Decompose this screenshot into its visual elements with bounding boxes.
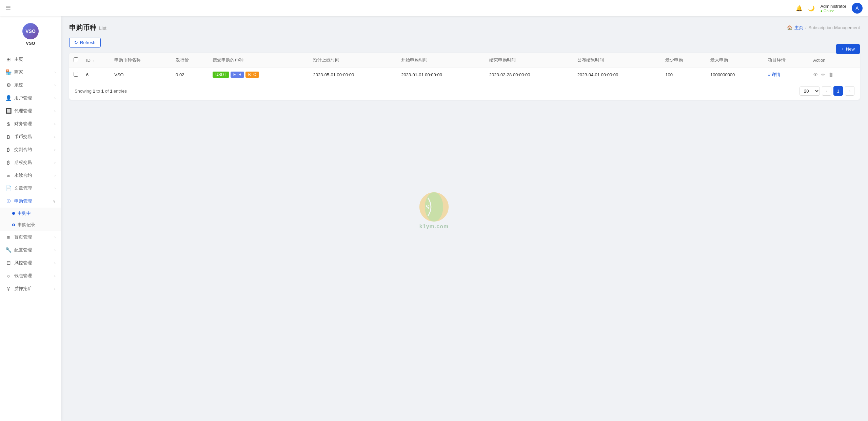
submenu-subscription: 申购中 申购记录 (0, 208, 61, 231)
sidebar-label-agent-mgmt: 代理管理 (14, 108, 32, 114)
content-area: 申购币种 List 🏠 主页 / Subscription-Management… (61, 16, 868, 421)
detail-link[interactable]: » 详情 (768, 72, 806, 78)
sort-icon: ↑ (93, 58, 95, 62)
sidebar-item-merchant[interactable]: 🏪 商家 › (0, 66, 61, 79)
user-info: Administrator ● Online (820, 4, 846, 13)
col-header-price: 发行价 (172, 53, 209, 68)
select-all-header (69, 53, 83, 68)
col-header-id: ID ↑ (83, 53, 111, 68)
subscription-icon: ☉ (5, 198, 12, 204)
row-end-time: 2023-02-28 00:00:00 (486, 68, 574, 82)
sidebar-menu: ⊞ 主页 🏪 商家 › ⚙ 系统 › 👤 (0, 50, 61, 421)
user-avatar[interactable]: A (852, 3, 863, 14)
sidebar-item-home[interactable]: ⊞ 主页 (0, 53, 61, 66)
sidebar-item-mining[interactable]: ¥ 质押挖矿 › (0, 282, 61, 295)
sidebar-logo: VSO VSO (0, 16, 61, 50)
view-icon[interactable]: 👁 (813, 72, 818, 77)
sidebar-item-wallet[interactable]: ○ 钱包管理 › (0, 269, 61, 282)
edit-icon[interactable]: ✏ (821, 72, 825, 77)
sidebar-item-subscription-active[interactable]: 申购中 (0, 208, 61, 219)
topbar-right: 🔔 🌙 Administrator ● Online A (796, 3, 863, 14)
page-1-button[interactable]: 1 (833, 86, 843, 96)
notification-icon[interactable]: 🔔 (796, 5, 803, 12)
row-detail: » 详情 (765, 68, 810, 82)
page-size-select[interactable]: 20 10 50 100 (800, 87, 820, 96)
row-start-time: 2023-01-01 00:00:00 (398, 68, 486, 82)
system-icon: ⚙ (5, 82, 12, 88)
row-checkbox-cell (69, 68, 83, 82)
table-wrap: ID ↑ 申购币种名称 发行价 接受申购的币种 预计上线时间 开始申购时间 结束… (69, 53, 860, 82)
sidebar-item-finance-mgmt[interactable]: $ 财务管理 › (0, 117, 61, 130)
merchant-icon: 🏪 (5, 69, 12, 75)
sidebar-label-finance-mgmt: 财务管理 (14, 121, 32, 127)
chevron-right-icon-config: › (54, 248, 56, 252)
sidebar-item-subscription-record[interactable]: 申购记录 (0, 219, 61, 231)
sidebar-item-system[interactable]: ⚙ 系统 › (0, 79, 61, 92)
new-button[interactable]: + New (836, 53, 860, 54)
table-header-row: ID ↑ 申购币种名称 发行价 接受申购的币种 预计上线时间 开始申购时间 结束… (69, 53, 860, 68)
refresh-icon: ↻ (74, 40, 78, 45)
sidebar-label-coin-trade: 币币交易 (14, 134, 32, 140)
config-icon: 🔧 (5, 247, 12, 253)
sidebar-item-user-mgmt[interactable]: 👤 用户管理 › (0, 92, 61, 104)
sidebar-label-risk: 风控管理 (14, 260, 32, 266)
page-subtitle: List (99, 25, 106, 31)
sidebar-item-risk[interactable]: ⊟ 风控管理 › (0, 256, 61, 269)
delete-icon[interactable]: 🗑 (829, 72, 833, 77)
perpetual-icon: ∞ (5, 173, 12, 178)
home-icon-breadcrumb: 🏠 (787, 25, 792, 30)
sidebar-label-config: 配置管理 (14, 247, 32, 253)
sidebar-item-article[interactable]: 📄 文章管理 › (0, 182, 61, 195)
sidebar-label-home: 主页 (14, 56, 23, 62)
sidebar-item-homepage[interactable]: ≡ 首页管理 › (0, 231, 61, 244)
futures-icon: ₿ (5, 160, 12, 166)
col-header-end: 结束申购时间 (486, 53, 574, 68)
next-page-button[interactable]: › (845, 86, 854, 96)
col-header-min: 最少申购 (662, 53, 707, 68)
sidebar: VSO VSO ⊞ 主页 🏪 商家 › ⚙ 系统 (0, 16, 61, 421)
chevron-right-icon-mining: › (54, 287, 56, 291)
coin-tag-eth: ETH (231, 72, 244, 78)
main-layout: VSO VSO ⊞ 主页 🏪 商家 › ⚙ 系统 (0, 16, 868, 421)
breadcrumb-home[interactable]: 主页 (794, 25, 803, 31)
user-name: Administrator (820, 4, 846, 9)
sidebar-item-contract[interactable]: ₿ 交割合约 › (0, 143, 61, 156)
agent-icon: 🔲 (5, 108, 12, 114)
user-icon: 👤 (5, 95, 12, 101)
sub-dot-active (12, 212, 15, 215)
entries-text: entries (114, 89, 127, 94)
contract-icon: ₿ (5, 147, 12, 153)
hamburger-icon[interactable]: ☰ (5, 4, 11, 12)
sidebar-label-system: 系统 (14, 82, 23, 88)
sidebar-item-subscription[interactable]: ☉ 申购管理 ∨ (0, 195, 61, 208)
sidebar-item-config[interactable]: 🔧 配置管理 › (0, 244, 61, 256)
logo-text: VSO (26, 41, 35, 46)
chevron-right-icon-user: › (54, 96, 56, 100)
sidebar-item-agent-mgmt[interactable]: 🔲 代理管理 › (0, 104, 61, 117)
sidebar-item-futures[interactable]: ₿ 期权交易 › (0, 156, 61, 169)
sidebar-item-perpetual[interactable]: ∞ 永续合约 › (0, 169, 61, 182)
col-header-publish: 公布结果时间 (574, 53, 662, 68)
chevron-right-icon-finance: › (54, 122, 56, 126)
refresh-button[interactable]: ↻ Refresh (69, 38, 101, 47)
row-name: VSO (111, 68, 172, 82)
prev-page-button[interactable]: ‹ (822, 86, 831, 96)
select-all-checkbox[interactable] (74, 57, 78, 62)
chevron-right-icon-agent: › (54, 109, 56, 113)
theme-icon[interactable]: 🌙 (808, 5, 815, 12)
sidebar-item-coin-trade[interactable]: B 币币交易 › (0, 130, 61, 143)
toolbar: ↻ Refresh (69, 38, 860, 47)
submenu-label-record: 申购记录 (18, 222, 35, 228)
col-header-max: 最大申购 (707, 53, 765, 68)
sidebar-label-article: 文章管理 (14, 185, 32, 191)
sidebar-label-user-mgmt: 用户管理 (14, 95, 32, 101)
page-total: 1 (110, 89, 112, 94)
col-header-detail: 项目详情 (765, 53, 810, 68)
row-checkbox[interactable] (74, 72, 78, 77)
chevron-right-icon: › (54, 70, 56, 74)
mining-icon: ¥ (5, 286, 12, 292)
chevron-down-icon-subscription: ∨ (53, 199, 56, 204)
risk-icon: ⊟ (5, 260, 12, 266)
home-icon: ⊞ (5, 56, 12, 62)
article-icon: 📄 (5, 185, 12, 191)
